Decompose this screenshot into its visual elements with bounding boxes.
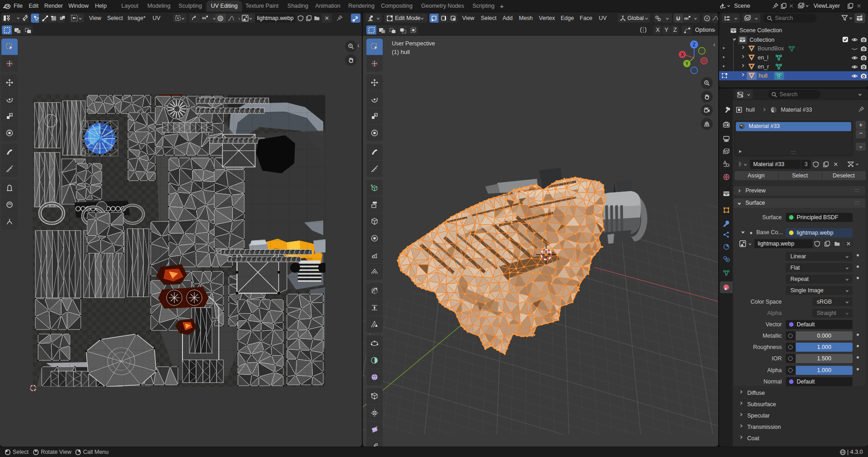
svg-text:Z: Z: [693, 42, 695, 47]
svg-text:X: X: [681, 52, 684, 57]
svg-text:Y: Y: [686, 61, 689, 66]
